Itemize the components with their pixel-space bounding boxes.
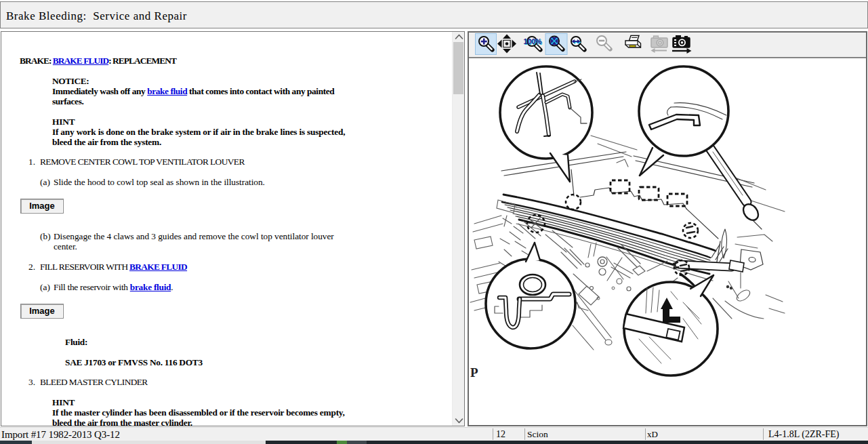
svg-text:100%: 100% (524, 37, 543, 45)
